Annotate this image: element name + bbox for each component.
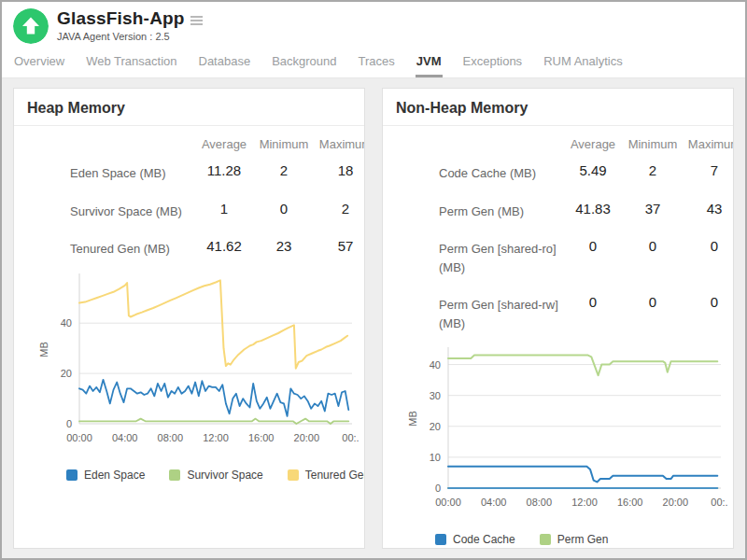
metric-label: Perm Gen (MB): [396, 201, 562, 221]
metric-value: 5.49: [562, 162, 624, 178]
metric-value: 0: [624, 238, 682, 254]
y-tick-label: 30: [430, 390, 441, 401]
y-axis-label: MB: [38, 342, 49, 357]
app-window: GlassFish-App JAVA Agent Version : 2.5 O…: [0, 0, 747, 560]
legend-swatch-icon: [540, 534, 551, 545]
metric-value: 2: [624, 162, 682, 178]
tab-overview[interactable]: Overview: [13, 48, 65, 77]
table-row-tenured-gen-mb: Tenured Gen (MB)41.622357: [27, 229, 364, 267]
y-tick-label: 10: [430, 452, 441, 463]
series-survivor-space-line: [79, 418, 348, 423]
table-row-survivor-space-mb: Survivor Space (MB)102: [27, 191, 364, 230]
panel-title-non-heap: Non-Heap Memory: [383, 89, 733, 126]
legend-label: Code Cache: [453, 533, 515, 546]
hamburger-menu-icon[interactable]: [190, 16, 203, 25]
series-perm-gen-line: [448, 356, 717, 376]
table-row-eden-space-mb: Eden Space (MB)11.28218: [27, 153, 364, 191]
legend-swatch-icon: [435, 534, 446, 545]
agent-version-label: JAVA Agent Version : 2.5: [57, 31, 203, 42]
tab-traces[interactable]: Traces: [358, 48, 396, 77]
heap-stats-table: AverageMinimumMaximumEden Space (MB)11.2…: [27, 130, 364, 267]
x-tick-label: 08:00: [158, 432, 184, 443]
column-header-minimum: Minimum: [624, 137, 682, 151]
series-tenured-gen-line: [79, 280, 347, 368]
tab-rum-analytics[interactable]: RUM Analytics: [543, 48, 624, 77]
metric-value: 43: [682, 201, 734, 217]
x-tick-label: 00:..: [711, 497, 728, 508]
heap-memory-chart[interactable]: 0204000:0004:0008:0012:0016:0020:0000:..…: [35, 269, 359, 454]
metric-value: 41.83: [562, 201, 624, 217]
tab-bar: OverviewWeb TransactionDatabaseBackgroun…: [2, 44, 745, 78]
page-title: GlassFish-App: [57, 8, 185, 29]
metric-value: 0: [624, 294, 682, 310]
legend-item-eden-space[interactable]: Eden Space: [66, 469, 145, 482]
legend-label: Eden Space: [84, 469, 145, 482]
legend-item-survivor-space[interactable]: Survivor Space: [169, 469, 262, 482]
legend-swatch-icon: [288, 469, 299, 481]
heap-chart-legend: Eden SpaceSurvivor SpaceTenured Gen: [66, 469, 364, 482]
table-row-perm-gen-shared-ro-mb: Perm Gen [shared-ro] (MB)000: [396, 229, 733, 285]
metric-value: 7: [682, 162, 734, 178]
metric-label: Tenured Gen (MB): [27, 238, 193, 259]
metric-value: 18: [313, 162, 365, 178]
agent-status-icon: [13, 8, 49, 44]
metric-label: Perm Gen [shared-rw] (MB): [396, 294, 562, 332]
x-tick-label: 00:..: [342, 432, 359, 443]
legend-swatch-icon: [169, 469, 180, 481]
tab-exceptions[interactable]: Exceptions: [462, 48, 524, 77]
legend-item-code-cache[interactable]: Code Cache: [435, 533, 515, 546]
metric-value: 0: [255, 201, 313, 217]
series-code-cache-line: [448, 467, 717, 483]
panel-title-heap: Heap Memory: [14, 89, 364, 126]
panel-non-heap-memory: Non-Heap Memory AverageMinimumMaximumCod…: [382, 88, 734, 549]
legend-row: Code CachePerm Gen: [435, 533, 733, 546]
y-tick-label: 0: [435, 483, 441, 494]
table-row-code-cache-mb: Code Cache (MB)5.4927: [396, 153, 733, 191]
tab-background[interactable]: Background: [271, 48, 337, 77]
x-tick-label: 20:00: [663, 497, 689, 508]
legend-label: Tenured Gen: [305, 469, 365, 482]
metric-value: 0: [562, 238, 624, 254]
metric-label: Code Cache (MB): [396, 162, 562, 183]
metric-value: 23: [255, 238, 313, 254]
x-tick-label: 20:00: [294, 432, 320, 443]
tab-web-transaction[interactable]: Web Transaction: [85, 48, 177, 77]
table-row-perm-gen-mb: Perm Gen (MB)41.833743: [396, 191, 733, 230]
x-tick-label: 16:00: [248, 432, 275, 443]
column-header-minimum: Minimum: [255, 137, 313, 151]
x-tick-label: 12:00: [203, 432, 229, 443]
non-heap-memory-chart[interactable]: 01020304000:0004:0008:0012:0016:0020:000…: [403, 343, 728, 518]
tab-jvm[interactable]: JVM: [416, 48, 443, 77]
metric-label: Survivor Space (MB): [27, 201, 193, 221]
table-header-row: AverageMinimumMaximum: [396, 130, 733, 153]
legend-item-perm-gen[interactable]: Perm Gen: [540, 533, 609, 546]
table-header-row: AverageMinimumMaximum: [27, 130, 364, 153]
metric-value: 41.62: [193, 238, 255, 254]
app-header: GlassFish-App JAVA Agent Version : 2.5: [2, 2, 745, 44]
metric-value: 57: [313, 238, 365, 254]
non-heap-stats-table: AverageMinimumMaximumCode Cache (MB)5.49…: [396, 130, 733, 341]
y-axis-label: MB: [407, 411, 418, 427]
tab-database[interactable]: Database: [198, 48, 252, 77]
metric-label: Eden Space (MB): [27, 162, 193, 183]
x-tick-label: 04:00: [112, 432, 138, 443]
x-tick-label: 08:00: [527, 497, 553, 508]
legend-label: Survivor Space: [187, 469, 262, 482]
non-heap-chart-wrap: 01020304000:0004:0008:0012:0016:0020:000…: [403, 343, 733, 522]
heap-chart-wrap: 0204000:0004:0008:0012:0016:0020:0000:..…: [35, 269, 364, 457]
legend-item-tenured-gen[interactable]: Tenured Gen: [288, 469, 365, 482]
metric-label: Perm Gen [shared-ro] (MB): [396, 238, 562, 276]
content-area: Heap Memory AverageMinimumMaximumEden Sp…: [2, 78, 745, 558]
metric-value: 0: [562, 294, 624, 310]
metric-value: 2: [255, 162, 313, 178]
x-tick-label: 04:00: [481, 497, 507, 508]
table-row-perm-gen-shared-rw-mb: Perm Gen [shared-rw] (MB)000: [396, 285, 733, 341]
y-tick-label: 40: [61, 317, 72, 329]
column-header-average: Average: [562, 137, 624, 151]
column-header-maximum: Maximum: [682, 137, 734, 151]
y-tick-label: 20: [430, 421, 441, 432]
y-tick-label: 0: [66, 418, 72, 429]
column-header-maximum: Maximum: [313, 137, 365, 151]
y-tick-label: 20: [61, 368, 72, 379]
legend-swatch-icon: [66, 469, 78, 481]
